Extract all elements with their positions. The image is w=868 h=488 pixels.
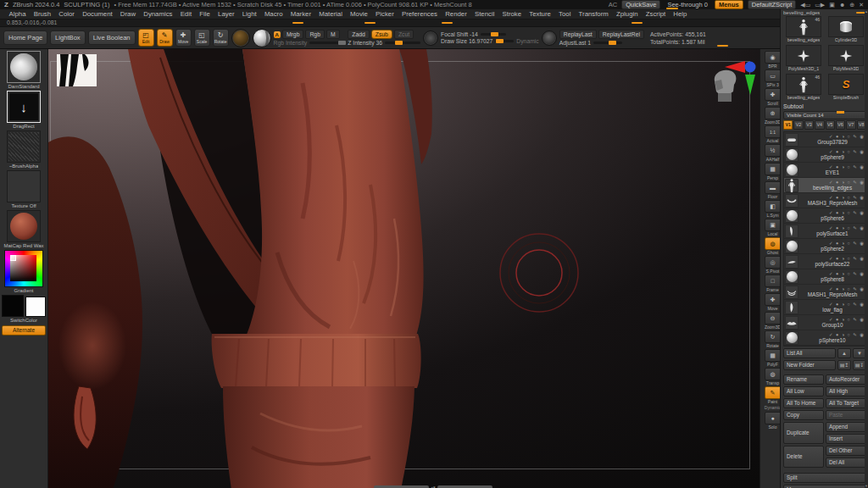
home-page-button[interactable]: Home Page xyxy=(3,30,47,45)
menu-draw[interactable]: Draw xyxy=(116,10,139,18)
focal-shift-slider[interactable]: Focal Shift -14 xyxy=(441,31,478,37)
mrgb-button[interactable]: Mrgb xyxy=(282,30,304,39)
subtool-row-EYE1[interactable]: ✓ ● ◑ ○ ✎ ◉EYE1 xyxy=(784,163,865,178)
delete-button[interactable]: Delete xyxy=(783,446,824,468)
dynamic-label[interactable]: Dynamic xyxy=(516,38,538,44)
focal-shift-track[interactable] xyxy=(481,33,506,36)
del-other-button[interactable]: Del Other xyxy=(826,446,866,456)
subtool-row-polySurface1[interactable]: ✓ ● ◑ ○ ✎ ◉polySurface1 xyxy=(784,224,865,239)
menu-brush[interactable]: Brush xyxy=(30,10,55,18)
brush-thumbnail[interactable] xyxy=(7,51,41,83)
menu-color[interactable]: Color xyxy=(55,10,79,18)
rotate-button[interactable]: ↻Rotate xyxy=(213,29,229,47)
camera-head-indicator[interactable] xyxy=(715,70,737,102)
subtool-row-pSphere8[interactable]: ✓ ● ◑ ○ ✎ ◉pSphere8 xyxy=(784,269,865,285)
del-all-button[interactable]: Del All xyxy=(826,458,866,468)
tool-thumb-Cylinder3D[interactable]: Cylinder3D xyxy=(826,16,866,43)
menu-render[interactable]: Render xyxy=(442,10,471,18)
merge-button[interactable]: Merge xyxy=(783,485,866,488)
close-icon[interactable]: ✕ xyxy=(859,2,864,8)
alternate-button[interactable]: Alternate xyxy=(2,325,46,336)
tool-thumb-bevelling_edges[interactable]: 46bevelling_edges xyxy=(783,74,824,101)
menu-document[interactable]: Document xyxy=(79,10,117,18)
material-thumbnail[interactable] xyxy=(7,210,41,242)
switch-color-label[interactable]: SwitchColor xyxy=(10,318,37,324)
visible-count-slider[interactable]: Visible Count 14 xyxy=(783,111,866,119)
split-button[interactable]: Split xyxy=(783,473,866,483)
rgb-button[interactable]: Rgb xyxy=(305,30,324,39)
visibility-tab-v4[interactable]: V4 xyxy=(815,120,824,130)
stroke-thumbnail[interactable]: ↓ xyxy=(7,91,41,123)
primary-color-swatch[interactable] xyxy=(2,295,24,317)
menu-stencil[interactable]: Stencil xyxy=(470,10,498,18)
subtool-row-Group10[interactable]: ✓ ● ◑ ○ ✎ ◉Group10 xyxy=(784,315,865,330)
tool-thumb-bevelling_edges[interactable]: 46bevelling_edges xyxy=(783,16,824,43)
insert-button[interactable]: Insert xyxy=(826,434,866,444)
menu-stroke[interactable]: Stroke xyxy=(498,10,526,18)
visibility-tab-v6[interactable]: V6 xyxy=(836,120,845,130)
subtool-up-button[interactable]: ▲ xyxy=(837,348,851,358)
tool-thumb-PolyMesh3D[interactable]: PolyMesh3D xyxy=(826,45,866,72)
replay-last-rel-button[interactable]: ReplayLastRel xyxy=(598,30,644,39)
menu-alpha[interactable]: Alpha xyxy=(5,10,30,18)
menu-marker[interactable]: Marker xyxy=(287,10,314,18)
rgb-intensity-slider[interactable]: Rgb Intensity xyxy=(274,40,308,46)
tool-thumb-PolyMesh3D_1[interactable]: PolyMesh3D_1 xyxy=(783,45,824,72)
left-tray-icon[interactable]: ◀▭ xyxy=(800,2,810,8)
menu-file[interactable]: File xyxy=(196,10,214,18)
autoreorder-button[interactable]: AutoReorder xyxy=(826,374,866,385)
subtool-row-bevelling_edges[interactable]: ✓ ● ◑ ○ ✎ ◉bevelling_edges xyxy=(784,178,865,193)
web-icon[interactable]: ⊕ xyxy=(849,2,854,8)
all-low-button[interactable]: All Low xyxy=(783,386,824,396)
gradient-label[interactable]: Gradient xyxy=(14,288,33,294)
subtool-row-pSphere9[interactable]: ✓ ● ◑ ○ ✎ ◉pSphere9 xyxy=(784,147,865,163)
all-to-home-button[interactable]: All To Home xyxy=(783,398,824,408)
canvas-scrollbar[interactable]: ▴▾ xyxy=(374,485,492,488)
live-boolean-button[interactable]: Live Boolean xyxy=(88,30,136,45)
default-zscript-button[interactable]: DefaultZScript xyxy=(748,0,797,9)
menu-material[interactable]: Material xyxy=(315,10,347,18)
menu-movie[interactable]: Movie xyxy=(347,10,372,18)
document-canvas[interactable]: ▴▾ xyxy=(48,49,760,488)
subtool-row-pSphere2[interactable]: ✓ ● ◑ ○ ✎ ◉pSphere2 xyxy=(784,239,865,254)
subtool-row-MASH1_ReproMesh[interactable]: ✓ ● ◑ ○ ✎ ◉MASH1_ReproMesh xyxy=(784,285,865,300)
current-stroke-button[interactable] xyxy=(253,29,271,47)
m-button[interactable]: M xyxy=(326,30,340,39)
visibility-tab-v7[interactable]: V7 xyxy=(846,120,855,130)
subtool-row-polySurface22[interactable]: ✓ ● ◑ ○ ✎ ◉polySurface22 xyxy=(784,254,865,269)
draw-size-slider[interactable]: Draw Size 16.97027 xyxy=(441,38,492,44)
document-icon[interactable]: ▣ xyxy=(829,2,835,8)
all-to-target-button[interactable]: All To Target xyxy=(826,398,866,408)
visibility-tab-v5[interactable]: V5 xyxy=(826,120,835,130)
draw-button[interactable]: ✎Draw xyxy=(157,29,173,47)
replay-last-button[interactable]: ReplayLast xyxy=(559,30,597,39)
menus-button[interactable]: Menus xyxy=(715,0,743,9)
secondary-color-swatch[interactable] xyxy=(25,297,46,317)
quicksave-button[interactable]: QuickSave xyxy=(621,0,660,9)
copy-button[interactable]: Copy xyxy=(783,410,824,420)
menu-layer[interactable]: Layer xyxy=(214,10,238,18)
append-button[interactable]: Append xyxy=(826,422,866,432)
subtool-row-pSphere10[interactable]: ✓ ● ◑ ○ ✎ ◉pSphere10 xyxy=(784,330,865,346)
lightbox-button[interactable]: LightBox xyxy=(50,30,86,45)
right-tray-icon[interactable]: ▭▶ xyxy=(815,2,825,8)
visibility-tab-v3[interactable]: V3 xyxy=(804,120,814,130)
texture-thumbnail[interactable] xyxy=(7,170,41,202)
menu-transform[interactable]: Transform xyxy=(575,10,612,18)
subtool-row-low_flag[interactable]: ✓ ● ◑ ○ ✎ ◉low_flag xyxy=(784,300,865,315)
new-folder-button[interactable]: New Folder xyxy=(783,360,836,370)
folder-up-icon[interactable]: ▤↥ xyxy=(837,360,851,370)
menu-dynamics[interactable]: Dynamics xyxy=(140,10,176,18)
color-picker[interactable] xyxy=(4,250,43,287)
menu-zscript[interactable]: Zscript xyxy=(642,10,670,18)
boot-cuff-mesh[interactable] xyxy=(212,334,421,388)
move-button[interactable]: ✚Move xyxy=(175,29,192,47)
visibility-tab-v2[interactable]: V2 xyxy=(793,120,803,130)
menu-macro[interactable]: Macro xyxy=(260,10,287,18)
adjust-last-slider[interactable]: AdjustLast 1 xyxy=(559,40,591,46)
menu-help[interactable]: Help xyxy=(670,10,691,18)
rgb-intensity-track[interactable] xyxy=(309,42,345,44)
boot-mesh[interactable] xyxy=(223,386,415,488)
current-brush-button[interactable] xyxy=(231,29,250,47)
menu-preferences[interactable]: Preferences xyxy=(398,10,441,18)
